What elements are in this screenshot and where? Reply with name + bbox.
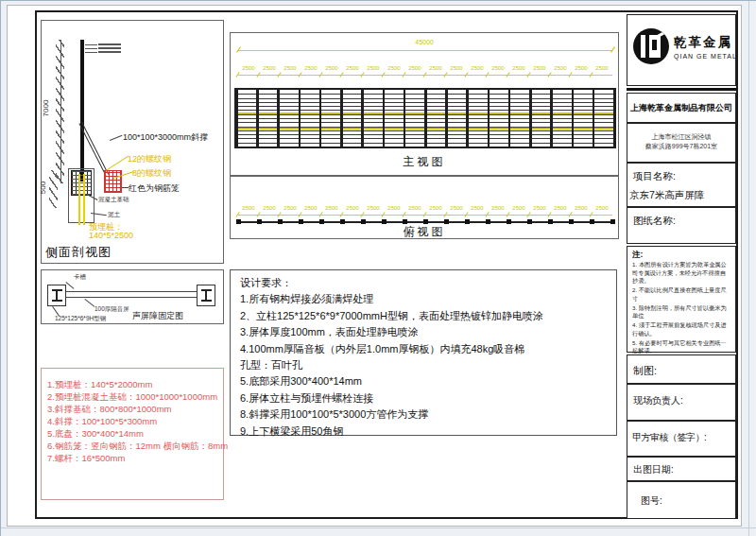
right-edge-line [748,1,749,536]
dim-label-2500: 2500 [446,63,467,75]
panel-label: 100厚隔音屏 [94,305,129,314]
dim-label-2500: 2500 [259,63,280,75]
notes-label: 注: [632,250,731,261]
dimension-line-7000 [60,40,61,183]
spec-item: 3.斜撑基础：800*800*1000mm [47,403,217,415]
louver-panel-grid [234,88,616,148]
requirement-line: 孔型：百叶孔 [240,357,607,373]
column-post-line [593,90,595,147]
h-beam-section-right [197,285,215,306]
dim-label-2500: 2500 [301,203,321,215]
date-label: 出图日期: [633,463,674,476]
drawing-number-cell: 图号: [627,481,736,519]
pole-top-annotation-line [85,51,121,53]
dim-label-2500: 2500 [571,203,592,215]
dim-label-2500: 2500 [446,203,467,215]
logo-name-cn: 乾革金属 [674,34,737,51]
dim-label-2500: 2500 [425,203,446,215]
embedded-pile-line [78,174,80,225]
drafter-cell: 制图: [627,354,736,384]
requirement-line: 2、立柱125*125*6*9*7000mmH型钢，表面处理热镀锌加静电喷涂 [240,308,607,324]
title-block-divider [627,88,736,91]
column-post-line [277,90,280,147]
dim-label-2500: 2500 [301,63,321,75]
address-line1: 上海市松江区洞泾镇 [627,132,735,142]
column-post-line [445,90,448,147]
top-view-title: 俯视图 [231,224,618,240]
requirement-line: 6.屏体立柱与预埋件螺栓连接 [240,390,607,406]
logo-name-en: QIAN GE METAL [674,53,737,60]
rebar-cage-main [71,170,92,196]
column-post-line [299,90,301,147]
dim-label-2500: 2500 [571,63,592,75]
note-item: 3. 除特别注明，所有尺寸皆以毫米为单位 [632,304,731,320]
notes-cell: 注: 1. 本图所有设计方案皆为乾革金属公司专属设计方案，未经允许不得擅自抄袭。… [627,246,736,353]
dim-label-2500: 2500 [238,63,259,75]
drawing-name-cell: 图纸名称: [627,207,736,244]
dim-label-2500: 2500 [259,203,280,215]
spec-item: 4.斜撑：100*100*5*300mm [47,415,217,427]
column-post-line [508,90,511,147]
drawing-name-label: 图纸名称: [633,215,676,228]
sound-panel-plan [66,291,197,298]
dim-label-2500: 2500 [404,203,425,215]
slot-label: 卡槽 [74,273,86,282]
company-logo-icon [633,28,669,64]
rebar12-leader-line [106,156,129,171]
column-post-line [340,90,343,147]
project-label: 项目名称: [633,170,676,183]
dimension-text-500: 500 [39,182,47,194]
fixing-diagram-box: 卡槽 100厚隔音屏 125*125*6*9H型钢 声屏障固定图 [41,269,224,324]
notes-list: 1. 本图所有设计方案皆为乾革金属公司专属设计方案，未经允许不得擅自抄袭。2. … [632,261,731,355]
main-view-box: 45000 2500250025002500250025002500250025… [230,32,619,176]
h-column-post [80,40,84,182]
design-requirements-box: 设计要求： 1.所有钢构焊接必须满焊处理2、立柱125*125*6*9*7000… [230,269,617,436]
requirement-line: 3.屏体厚度100mm，表面处理静电喷涂 [240,324,607,340]
column-post-line [466,90,469,147]
dimension-text-7000: 7000 [42,100,50,117]
i-beam-icon [52,289,62,302]
concrete-label: 混凝土基础 [98,196,129,204]
note-item: 2. 不能以比例尺直接在图纸上量度尺寸 [632,286,731,303]
panel-leader-line [84,299,94,307]
slot-leader-line [65,282,74,289]
dim-label-2500: 2500 [384,203,404,215]
requirement-line: 1.所有钢构焊接必须满焊处理 [240,291,607,307]
address-line2: 蔡家浜路999号7栋201室 [627,142,735,151]
dim-label-2500: 2500 [467,63,488,75]
bay-dimension-row: 2500250025002500250025002500250025002500… [238,63,612,76]
dim-label-2500: 2500 [592,203,612,215]
note-item: 1. 本图所有设计方案皆为乾革金属公司专属设计方案，未经允许不得擅自抄袭。 [632,261,731,285]
column-post-line [383,90,386,147]
column-post-line [529,90,532,147]
dim-label-2500: 2500 [280,203,301,215]
address-cell: 上海市松江区洞泾镇 蔡家浜路999号7栋201室 [627,123,736,163]
cage-leader-line [122,187,129,188]
spec-item: 6.钢筋笼：竖向钢筋：12mm 横向钢筋：8mm [47,440,217,452]
column-post-line [572,90,575,147]
design-requirements-list: 1.所有钢构焊接必须满焊处理2、立柱125*125*6*9*7000mmH型钢，… [240,291,607,440]
column-post-line [235,90,238,147]
spec-list-box: 1.预埋桩：140*5*2000mm2.预埋桩混凝土基础：1000*1000*1… [41,368,224,500]
dim-label-2500: 2500 [488,63,508,75]
dim-label-2500: 2500 [529,63,550,75]
rebar-cage-brace [104,170,122,193]
client-approval-label: 甲方审核（签字）: [632,431,706,444]
top-view-bar [238,221,612,223]
column-post-line [424,90,427,147]
bay-dimension-row: 2500250025002500250025002500250025002500… [238,203,612,216]
dim-label-2500: 2500 [363,63,384,75]
company-name-cell: 上海乾革金属制品有限公司 [627,93,736,123]
requirement-line: 8.斜撑采用100*100*5*3000方管作为支撑 [240,406,607,423]
i-beam-icon [201,289,212,302]
rebar8-label: 8的螺纹钢 [132,167,171,180]
dim-label-2500: 2500 [342,203,363,215]
dim-label-2500: 2500 [425,63,446,75]
bottom-edge-line [1,527,756,528]
pile-label-line2: 140*5*2500 [89,231,133,240]
company-name: 上海乾革金属制品有限公司 [630,102,732,114]
dim-label-2500: 2500 [508,63,529,75]
main-view-title: 主视图 [231,154,618,170]
dim-label-2500: 2500 [488,203,508,215]
top-view-box: 2500250025002500250025002500250025002500… [230,176,619,239]
